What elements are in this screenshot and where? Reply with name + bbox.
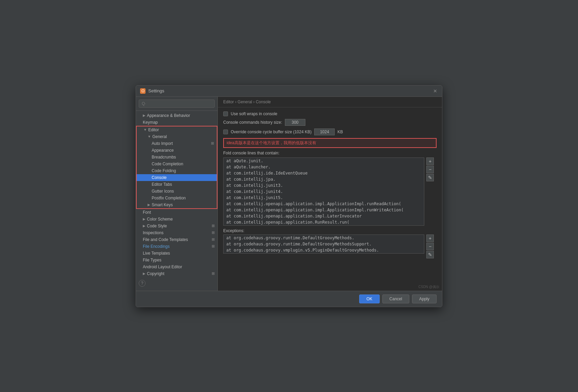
list-item[interactable]: at com.intellij.openapi.application.impl… (224, 201, 424, 207)
tree-area: ▶ Appearance & Behavior Keymap ▼ Editor (136, 111, 217, 291)
sidebar-item-appearance-behavior[interactable]: ▶ Appearance & Behavior (136, 112, 217, 119)
sidebar-item-inspections[interactable]: Inspections ⊞ (136, 229, 217, 236)
fold-list-wrapper: at aQute.junit. at aQute.launcher. at co… (223, 157, 424, 226)
marker-icon: ⊞ (212, 237, 215, 242)
content-area: Use soft wraps in console Console comman… (218, 107, 442, 291)
list-item[interactable]: at com.intellij.junit4. (224, 189, 424, 195)
exceptions-list-buttons: + − ✎ (426, 235, 434, 258)
sidebar-item-code-style[interactable]: ▶ Code Style ⊞ (136, 223, 217, 229)
list-item[interactable]: at org.codehaus.groovy.vmplugin.v5.Plugi… (224, 247, 424, 253)
history-row: Console commands history size: (223, 119, 437, 126)
list-item[interactable]: at com.intellij.jpa. (224, 176, 424, 182)
settings-dialog: ⬡ Settings ✕ ▶ Appearance & Behavior Key… (136, 85, 442, 307)
sidebar-item-auto-import[interactable]: Auto Import ⊞ (137, 140, 217, 147)
soft-wraps-checkbox[interactable] (223, 111, 228, 116)
list-item[interactable]: at aQute.junit. (224, 158, 424, 164)
arrow-icon: ▶ (143, 272, 146, 275)
override-label: Override console cycle buffer size (1024… (231, 130, 311, 134)
ok-button[interactable]: OK (359, 295, 379, 303)
arrow-icon: ▶ (143, 217, 146, 221)
list-item[interactable]: at aQute.launcher. (224, 164, 424, 170)
edit-exception-button[interactable]: ✎ (426, 251, 434, 258)
sidebar-item-smart-keys[interactable]: ▶ Smart Keys (137, 201, 217, 208)
add-fold-button[interactable]: + (426, 157, 434, 165)
override-unit: KB (337, 130, 343, 134)
list-item[interactable]: at com.intellij.openapi.application.impl… (224, 207, 424, 213)
search-input[interactable] (139, 100, 215, 108)
sidebar-item-keymap[interactable]: Keymap (136, 119, 217, 126)
fold-label: Fold console lines that contain: (223, 151, 437, 155)
history-input[interactable] (285, 119, 305, 126)
arrow-icon: ▶ (143, 114, 146, 117)
list-item[interactable]: at com.intellij.junit3. (224, 182, 424, 189)
breadcrumb-editor: Editor (223, 100, 234, 104)
arrow-icon: ▶ (143, 224, 146, 228)
dialog-footer: OK Cancel Apply (136, 291, 442, 307)
edit-fold-button[interactable]: ✎ (426, 174, 434, 181)
main-content: Editor › General › Console Use soft wrap… (218, 97, 442, 291)
breadcrumb: Editor › General › Console (218, 97, 442, 107)
annotation-box: idea高版本是在这个地方设置，我用的低版本没有 (223, 138, 437, 148)
exceptions-label: Exceptions: (223, 228, 437, 233)
sidebar-item-postfix-completion[interactable]: Postfix Completion (137, 195, 217, 201)
help-button[interactable]: ? (139, 280, 146, 287)
sidebar-item-file-encodings[interactable]: File Encodings ⊞ (136, 243, 217, 250)
exceptions-list-wrapper: at org.codehaus.groovy.runtime.DefaultGr… (223, 235, 424, 254)
sidebar-item-file-types[interactable]: File Types (136, 257, 217, 263)
sidebar-item-file-code-templates[interactable]: File and Code Templates ⊞ (136, 236, 217, 243)
sidebar: ▶ Appearance & Behavior Keymap ▼ Editor (136, 97, 218, 291)
app-icon: ⬡ (140, 88, 146, 94)
list-item[interactable]: at com.intellij.openapi.application.impl… (224, 213, 424, 219)
marker-icon: ⊞ (212, 244, 215, 248)
marker-icon: ⊞ (212, 230, 215, 235)
arrow-icon: ▼ (143, 128, 147, 132)
sidebar-item-gutter-icons[interactable]: Gutter Icons (137, 188, 217, 195)
cancel-button[interactable]: Cancel (382, 295, 409, 303)
sidebar-item-code-folding[interactable]: Code Folding (137, 167, 217, 174)
fold-list: at aQute.junit. at aQute.launcher. at co… (223, 157, 424, 226)
override-input[interactable] (314, 129, 335, 135)
sidebar-item-copyright[interactable]: ▶ Copyright ⊞ (136, 270, 217, 277)
sidebar-item-font[interactable]: Font (136, 209, 217, 216)
list-item[interactable]: at com.intellij.ide.IdeEventQueue (224, 170, 424, 176)
sidebar-item-editor[interactable]: ▼ Editor (137, 126, 217, 133)
override-row: Override console cycle buffer size (1024… (223, 129, 437, 135)
exceptions-list: at org.codehaus.groovy.runtime.DefaultGr… (223, 235, 424, 254)
marker-icon: ⊞ (212, 271, 215, 276)
sidebar-item-editor-tabs[interactable]: Editor Tabs (137, 181, 217, 188)
apply-button[interactable]: Apply (412, 295, 437, 303)
override-checkbox[interactable] (223, 130, 228, 134)
sidebar-item-appearance[interactable]: Appearance (137, 147, 217, 154)
arrow-icon: ▶ (148, 203, 150, 207)
list-item[interactable]: at com.intellij.junit5. (224, 195, 424, 201)
list-item[interactable]: at com.intellij.openapi.application.RunR… (224, 219, 424, 225)
list-item[interactable]: at org.codehaus.groovy.runtime.DefaultGr… (224, 241, 424, 247)
dialog-title: Settings (148, 88, 164, 93)
add-exception-button[interactable]: + (426, 235, 434, 242)
remove-exception-button[interactable]: − (426, 243, 434, 250)
marker-icon: ⊞ (212, 224, 215, 228)
search-box (136, 97, 217, 111)
close-button[interactable]: ✕ (433, 89, 438, 93)
fold-list-buttons: + − ✎ (426, 157, 434, 181)
sidebar-item-code-completion[interactable]: Code Completion (137, 161, 217, 167)
marker-icon: ⊞ (211, 141, 214, 146)
breadcrumb-console: Console (256, 100, 271, 104)
sidebar-item-general[interactable]: ▼ General (137, 133, 217, 140)
soft-wraps-row: Use soft wraps in console (223, 111, 437, 116)
breadcrumb-general: General (238, 100, 252, 104)
remove-fold-button[interactable]: − (426, 166, 434, 173)
dialog-body: ▶ Appearance & Behavior Keymap ▼ Editor (136, 97, 442, 291)
title-bar-left: ⬡ Settings (140, 88, 164, 94)
list-item[interactable]: at org.codehaus.groovy.runtime.DefaultGr… (224, 235, 424, 241)
sidebar-item-android-layout-editor[interactable]: Android Layout Editor (136, 263, 217, 270)
annotation-text: idea高版本是在这个地方设置，我用的低版本没有 (227, 140, 316, 145)
sidebar-item-color-scheme[interactable]: ▶ Color Scheme (136, 216, 217, 223)
sidebar-item-console[interactable]: Console (137, 174, 217, 181)
sidebar-item-live-templates[interactable]: Live Templates (136, 250, 217, 257)
soft-wraps-label: Use soft wraps in console (231, 111, 277, 116)
title-bar: ⬡ Settings ✕ (136, 86, 442, 97)
history-label: Console commands history size: (223, 120, 282, 125)
watermark: CSDN @偶尔 (419, 285, 439, 289)
sidebar-item-breadcrumbs[interactable]: Breadcrumbs (137, 154, 217, 161)
